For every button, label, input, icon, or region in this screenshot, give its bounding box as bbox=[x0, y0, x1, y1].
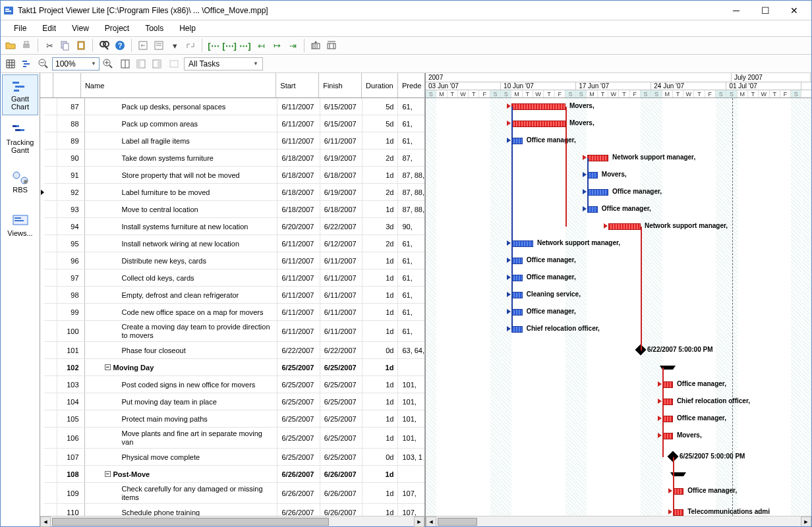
gantt-bar[interactable] bbox=[673, 488, 683, 495]
table-row[interactable]: 103Post coded signs in new office for mo… bbox=[44, 376, 424, 393]
link-icon[interactable] bbox=[183, 38, 198, 53]
copy-icon[interactable] bbox=[58, 38, 72, 53]
gantt-bar[interactable] bbox=[511, 103, 566, 110]
print-icon[interactable] bbox=[19, 38, 34, 53]
menu-edit[interactable]: Edit bbox=[34, 22, 64, 35]
table-row[interactable]: 94Install systems furniture at new locat… bbox=[44, 218, 424, 235]
table-row[interactable]: 109Check carefully for any damaged or mi… bbox=[44, 483, 424, 504]
bracket-left-icon[interactable]: [⋯ bbox=[206, 38, 221, 53]
cut-icon[interactable]: ✂ bbox=[42, 38, 57, 53]
go-center-icon[interactable]: ⇥ bbox=[285, 38, 300, 53]
bracket-right-icon[interactable]: ⋯] bbox=[238, 38, 252, 53]
details-icon[interactable] bbox=[167, 57, 181, 71]
col-predecessors[interactable]: Prede bbox=[398, 73, 424, 97]
table-row[interactable]: 105Protect main moving paths6/25/20076/2… bbox=[44, 410, 424, 428]
menu-view[interactable]: View bbox=[64, 22, 97, 35]
gantt-bar[interactable] bbox=[511, 121, 566, 127]
col-finish[interactable]: Finish bbox=[319, 73, 362, 97]
minimize-button[interactable]: ─ bbox=[722, 1, 751, 20]
table-row[interactable]: 106Move plants and fine art in separate … bbox=[44, 428, 424, 449]
col-start[interactable]: Start bbox=[276, 73, 319, 97]
gantt-bar[interactable] bbox=[587, 206, 598, 213]
table-row[interactable]: 102−Moving Day6/25/20076/25/20071d bbox=[44, 359, 424, 376]
collapse-icon[interactable]: − bbox=[105, 471, 111, 477]
grid-hscroll[interactable]: ◄ ► bbox=[40, 516, 424, 526]
gantt-bar[interactable] bbox=[511, 275, 522, 281]
filter-combo[interactable]: All Tasks▼ bbox=[184, 57, 263, 70]
gantt-bar[interactable] bbox=[662, 433, 673, 439]
table-row[interactable]: 110Schedule phone training6/26/20076/26/… bbox=[44, 504, 424, 516]
gantt-bar[interactable] bbox=[511, 326, 522, 333]
go-left-icon[interactable]: ↤ bbox=[254, 38, 268, 53]
pane-right-icon[interactable] bbox=[150, 57, 164, 71]
table-row[interactable]: 104Put moving day team in place6/25/2007… bbox=[44, 393, 424, 410]
pane-single-icon[interactable] bbox=[118, 57, 132, 71]
scroll-thumb[interactable] bbox=[438, 518, 477, 526]
menu-project[interactable]: Project bbox=[97, 22, 137, 35]
gantt-bar[interactable] bbox=[587, 172, 598, 179]
paste-icon[interactable] bbox=[74, 38, 88, 53]
gantt-bar[interactable] bbox=[587, 189, 609, 196]
gantt-bar[interactable] bbox=[673, 509, 683, 516]
table-row[interactable]: 90Take down systems furniture6/18/20076/… bbox=[44, 150, 424, 167]
scroll-left-icon[interactable]: ◄ bbox=[40, 516, 51, 527]
table-row[interactable]: 88Pack up common areas6/11/20076/15/2007… bbox=[44, 115, 424, 132]
menu-help[interactable]: Help bbox=[171, 22, 204, 35]
table-row[interactable]: 97Collect old keys, cards6/11/20076/11/2… bbox=[44, 269, 424, 287]
table-row[interactable]: 101Phase four closeout6/22/20076/22/2007… bbox=[44, 342, 424, 359]
scroll-right-icon[interactable]: ► bbox=[414, 516, 424, 527]
gantt-hscroll[interactable]: ◄ ► bbox=[426, 516, 811, 526]
table-row[interactable]: 96Distribute new keys, cards6/11/20076/1… bbox=[44, 252, 424, 269]
col-duration[interactable]: Duration bbox=[362, 73, 398, 97]
table-row[interactable]: 89Label all fragile items6/11/20076/11/2… bbox=[44, 132, 424, 150]
view-gantt-chart[interactable]: GanttChart bbox=[2, 74, 38, 115]
table-row[interactable]: 107Physical move complete6/25/20076/25/2… bbox=[44, 449, 424, 466]
table-row[interactable]: 95Install network wiring at new location… bbox=[44, 235, 424, 252]
pane-left-icon[interactable] bbox=[134, 57, 148, 71]
view-tracking-gantt[interactable]: TrackingGantt bbox=[2, 118, 38, 159]
outdent-icon[interactable] bbox=[136, 38, 150, 53]
view-rbs[interactable]: RBS bbox=[2, 161, 38, 202]
showhide-icon[interactable]: ▾ bbox=[167, 38, 182, 53]
menu-file[interactable]: File bbox=[6, 22, 34, 35]
gantt-bar[interactable] bbox=[608, 223, 641, 230]
go-right-icon[interactable]: ↦ bbox=[270, 38, 284, 53]
table-row[interactable]: 93Move to central location6/18/20076/18/… bbox=[44, 201, 424, 218]
gantt-bar[interactable] bbox=[511, 240, 533, 247]
table-row[interactable]: 100Create a moving day team to provide d… bbox=[44, 321, 424, 342]
gantt-bar[interactable] bbox=[662, 416, 673, 422]
scroll-right-icon[interactable]: ► bbox=[801, 516, 811, 526]
zoom-out-icon[interactable] bbox=[36, 57, 51, 71]
gantt-icon[interactable] bbox=[19, 57, 34, 71]
col-id[interactable] bbox=[53, 73, 81, 97]
gantt-bar[interactable] bbox=[511, 309, 522, 316]
grid-icon[interactable] bbox=[3, 57, 18, 71]
gantt-bar[interactable] bbox=[511, 292, 522, 298]
menu-tools[interactable]: Tools bbox=[137, 22, 171, 35]
scroll-left-icon[interactable]: ◄ bbox=[426, 516, 436, 526]
help-icon[interactable]: ? bbox=[113, 38, 127, 53]
view-views-[interactable]: Views... bbox=[2, 205, 38, 246]
zoom-combo[interactable]: 100%▼ bbox=[52, 57, 100, 70]
table-row[interactable]: 99Code new office space on a map for mov… bbox=[44, 304, 424, 321]
gantt-bar[interactable] bbox=[511, 258, 522, 264]
find-icon[interactable] bbox=[97, 38, 111, 53]
open-icon[interactable] bbox=[3, 38, 18, 53]
gantt-bar[interactable] bbox=[587, 155, 609, 161]
gantt-body[interactable]: Movers,Movers,Office manager,Network sup… bbox=[426, 98, 811, 516]
maximize-button[interactable]: ☐ bbox=[751, 1, 780, 20]
indent-icon[interactable] bbox=[152, 38, 166, 53]
table-row[interactable]: 91Store property that will not be moved6… bbox=[44, 167, 424, 184]
summary-bar[interactable] bbox=[673, 472, 683, 476]
timescale-grow-icon[interactable] bbox=[308, 38, 323, 53]
table-row[interactable]: 108−Post-Move6/26/20076/26/20071d bbox=[44, 466, 424, 483]
table-row[interactable]: 87Pack up desks, personal spaces6/11/200… bbox=[44, 98, 424, 115]
col-name[interactable]: Name bbox=[81, 73, 276, 97]
gantt-bar[interactable] bbox=[662, 399, 673, 405]
gantt-bar[interactable] bbox=[511, 138, 522, 144]
scroll-thumb[interactable] bbox=[52, 518, 329, 526]
bracket-both-icon[interactable]: [⋯] bbox=[222, 38, 237, 53]
close-button[interactable]: ✕ bbox=[780, 1, 809, 20]
gantt-bar[interactable] bbox=[662, 381, 673, 388]
summary-bar[interactable] bbox=[662, 366, 673, 370]
